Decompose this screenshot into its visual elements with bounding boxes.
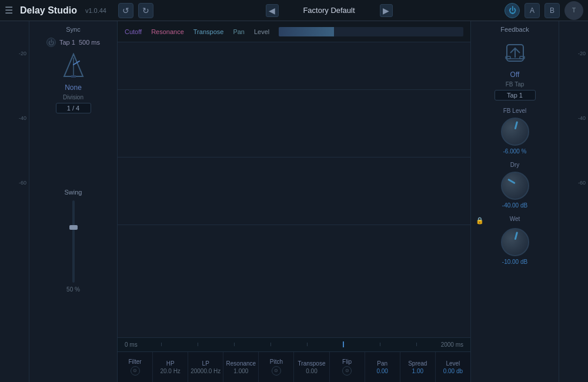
- bottom-params-bar: Filter ⊙ HP 20.0 Hz LP 20000.0 Hz Resona…: [118, 351, 470, 382]
- preset-nav: ◀ Factory Default ▶: [266, 4, 393, 17]
- tick-5: [307, 343, 308, 346]
- pitch-icon[interactable]: ⊙: [272, 366, 281, 376]
- swing-section: Swing 50 %: [65, 189, 82, 293]
- tick-7: [380, 343, 380, 346]
- db-label-right-minus60: -60: [578, 180, 586, 186]
- swing-thumb[interactable]: [69, 225, 78, 230]
- swing-slider[interactable]: [68, 200, 79, 283]
- sync-value: None: [65, 83, 82, 92]
- division-input[interactable]: [56, 103, 91, 113]
- fb-level-section: FB Level -6.000 %: [471, 108, 559, 155]
- hline-40db: [118, 157, 470, 158]
- wet-section: 🔒 Wet -10.00 dB: [471, 216, 559, 265]
- param-col-hp[interactable]: HP 20.0 Hz: [153, 352, 188, 382]
- db-label-right-minus20: -20: [578, 51, 586, 56]
- time-start: 0 ms: [125, 341, 138, 348]
- time-ruler: 0 ms 2000 ms: [118, 337, 470, 351]
- param-spread-label: Spread: [408, 360, 427, 367]
- flip-icon[interactable]: ⊙: [342, 366, 352, 376]
- menu-icon[interactable]: ☰: [5, 5, 13, 16]
- feedback-value: Off: [510, 71, 520, 79]
- param-spread-value: 1.00: [412, 368, 423, 374]
- dry-knob[interactable]: .knob[data-name='dry-knob']::after { tra…: [501, 172, 529, 200]
- tick-6: [343, 341, 344, 347]
- fb-level-knob[interactable]: [501, 118, 529, 146]
- fb-level-value: -6.000 %: [503, 148, 526, 155]
- tick-2: [198, 343, 198, 346]
- fb-tap-label: FB Tap: [506, 81, 524, 88]
- metronome-icon[interactable]: [62, 53, 85, 79]
- param-col-resonance[interactable]: Resonance 1.000: [223, 352, 259, 382]
- wet-label: Wet: [510, 216, 520, 222]
- prev-preset-button[interactable]: ◀: [266, 4, 279, 17]
- param-pitch-label: Pitch: [270, 358, 283, 365]
- dry-section: Dry .knob[data-name='dry-knob']::after {…: [471, 162, 559, 209]
- param-col-level[interactable]: Level 0.00 db: [436, 352, 470, 382]
- dry-label: Dry: [510, 162, 520, 168]
- param-hp-value: 20.0 Hz: [160, 368, 180, 374]
- waveform-area[interactable]: [118, 42, 470, 337]
- tick-8: [416, 343, 417, 346]
- wet-row: 🔒 Wet: [471, 216, 559, 226]
- param-col-flip[interactable]: Flip ⊙: [330, 352, 365, 382]
- param-transpose[interactable]: Transpose: [193, 28, 224, 35]
- center-area: Cutoff Resonance Transpose Pan Level 0 m…: [118, 21, 470, 382]
- lock-icon[interactable]: 🔒: [476, 217, 484, 224]
- param-col-filter[interactable]: Filter ⊙: [118, 352, 153, 382]
- ab-button-b[interactable]: B: [544, 3, 560, 18]
- wet-knob[interactable]: [501, 228, 529, 256]
- tap-label: Tap 1: [59, 39, 75, 46]
- filter-icon[interactable]: ⊙: [131, 366, 140, 376]
- param-transpose-label: Transpose: [298, 360, 326, 367]
- level-bar: [279, 27, 463, 36]
- db-scale-left: -20 -40 -60: [0, 21, 29, 382]
- header: ☰ Delay Studio v1.0.44 ↺ ↻ ◀ Factory Def…: [0, 0, 588, 21]
- db-scale-right: -20 -40 -60: [559, 21, 588, 382]
- param-filter-label: Filter: [128, 358, 141, 365]
- param-lp-value: 20000.0 Hz: [191, 368, 220, 374]
- db-label-minus60: -60: [19, 180, 26, 186]
- preset-name: Factory Default: [282, 6, 376, 15]
- param-pan-label: Pan: [377, 360, 387, 367]
- param-level[interactable]: Level: [254, 28, 269, 35]
- param-lp-label: LP: [202, 360, 209, 367]
- undo-button[interactable]: ↺: [118, 3, 133, 18]
- param-level-value: 0.00 db: [443, 368, 463, 374]
- swing-percent: 50 %: [66, 286, 80, 293]
- param-pan[interactable]: Pan: [233, 28, 245, 35]
- tick-marks: [138, 343, 441, 347]
- tick-3: [234, 343, 235, 346]
- wet-value: -10.00 dB: [502, 259, 527, 265]
- tap-ms-value: 500 ms: [79, 39, 100, 46]
- db-label-minus40: -40: [19, 115, 26, 121]
- param-col-pan[interactable]: Pan 0.00: [365, 352, 400, 382]
- param-cutoff[interactable]: Cutoff: [125, 28, 142, 35]
- main-container: -20 -40 -60 Sync ⏻ Tap 1 500 ms None Div…: [0, 21, 588, 382]
- param-col-pitch[interactable]: Pitch ⊙: [259, 352, 294, 382]
- param-col-transpose[interactable]: Transpose 0.00: [294, 352, 329, 382]
- param-hp-label: HP: [166, 360, 175, 367]
- param-col-lp[interactable]: LP 20000.0 Hz: [188, 352, 223, 382]
- hline-60db: [118, 224, 470, 225]
- swing-track: [72, 200, 75, 283]
- feedback-label: Feedback: [500, 26, 529, 33]
- fb-tap-input[interactable]: [495, 90, 536, 100]
- tick-4: [270, 343, 271, 346]
- hline-20db: [118, 89, 470, 90]
- tracktion-logo: T: [564, 1, 583, 20]
- param-resonance[interactable]: Resonance: [151, 28, 184, 35]
- sync-panel: Sync ⏻ Tap 1 500 ms None Division Swing: [29, 21, 118, 382]
- fb-level-label: FB Level: [503, 108, 526, 114]
- time-end: 2000 ms: [441, 341, 463, 348]
- sync-label: Sync: [66, 26, 80, 33]
- ab-button-a[interactable]: A: [524, 3, 540, 18]
- redo-button[interactable]: ↻: [138, 3, 153, 18]
- power-button[interactable]: ⏻: [505, 3, 520, 18]
- feedback-icon[interactable]: [502, 40, 528, 66]
- tap-row: ⏻ Tap 1 500 ms: [46, 38, 100, 47]
- header-right: ⏻ A B T: [505, 1, 583, 20]
- next-preset-button[interactable]: ▶: [380, 4, 393, 17]
- tap-power-button[interactable]: ⏻: [46, 38, 56, 47]
- param-resonance-label: Resonance: [226, 360, 256, 367]
- param-col-spread[interactable]: Spread 1.00: [400, 352, 436, 382]
